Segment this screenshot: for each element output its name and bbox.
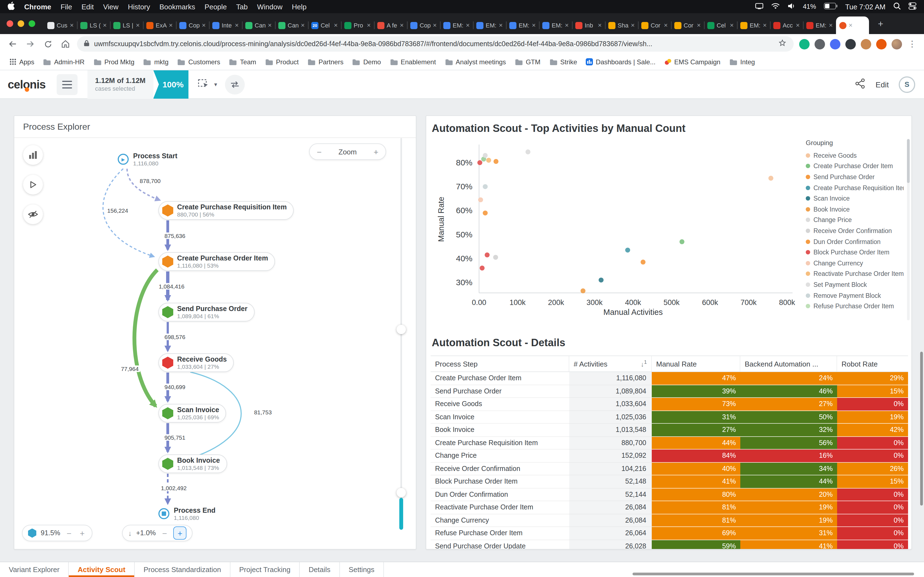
connection-increase-button[interactable]: + [173, 527, 187, 540]
bookmark-integ[interactable]: Integ [725, 56, 759, 67]
legend-item-create-purchase-requisition-item[interactable]: Create Purchase Requisition Item [806, 182, 904, 193]
menubar-item-help[interactable]: Help [292, 2, 307, 11]
hamburger-menu-button[interactable] [57, 74, 78, 95]
profile-avatar[interactable] [892, 39, 902, 49]
column-header-backend-automation[interactable]: Backend Automation ... [740, 356, 837, 371]
legend-item-change-price[interactable]: Change Price [806, 214, 904, 225]
scatter-point-block-purchase-order-item[interactable]: Block Purchase Order Item [477, 160, 482, 165]
scatter-point-change-currency[interactable]: Change Currency [478, 197, 483, 202]
zoom-in-button[interactable]: + [373, 147, 378, 156]
scatter-point-create-purchase-order-item[interactable]: Create Purchase Order Item [680, 239, 685, 244]
scatter-point-set-payment-block[interactable]: Set Payment Block [483, 153, 488, 158]
bookmark-demo[interactable]: Demo [349, 56, 385, 67]
table-row[interactable]: Create Purchase Requisition Item880,7004… [431, 437, 908, 450]
extension-icon-4[interactable] [845, 39, 856, 49]
extension-icon-6[interactable] [876, 39, 887, 49]
table-row[interactable]: Refuse Purchase Order Item26,06469%31%0% [431, 527, 908, 540]
tab-close-icon[interactable]: × [796, 21, 800, 29]
legend-item-receive-goods[interactable]: Receive Goods [806, 150, 904, 161]
bookmark-mktg[interactable]: mktg [139, 56, 173, 67]
bookmark-customers[interactable]: Customers [173, 56, 224, 67]
bookmark-star-icon[interactable] [778, 38, 787, 50]
table-row[interactable]: Reactivate Purchase Order Item26,08481%1… [431, 501, 908, 514]
scatter-point-block-purchase-order-item[interactable]: Block Purchase Order Item [480, 266, 485, 271]
tab-close-icon[interactable]: × [499, 21, 503, 29]
tab-close-icon[interactable]: × [136, 21, 140, 29]
scatter-point-book-invoice[interactable]: Book Invoice [580, 288, 585, 293]
tab[interactable]: 20Cel× [308, 16, 341, 34]
scatter-point-create-purchase-requisition-item[interactable]: Create Purchase Requisition Item [625, 248, 630, 253]
bookmark-analyst-meetings[interactable]: Analyst meetings [441, 56, 510, 67]
tab[interactable]: EM:× [539, 16, 572, 34]
scatter-point-reactivate-purchase-order-item[interactable]: Reactivate Purchase Order Item [486, 158, 491, 163]
legend-item-set-payment-block[interactable]: Set Payment Block [806, 279, 904, 290]
tab[interactable]: Cel× [704, 16, 737, 34]
apple-menu-icon[interactable] [8, 2, 15, 11]
play-animation-button[interactable] [23, 175, 43, 195]
legend-item-reactivate-purchase-order-item[interactable]: Reactivate Purchase Order Item [806, 268, 904, 279]
tab[interactable]: Pro× [341, 16, 374, 34]
tab-close-icon[interactable]: × [532, 21, 536, 29]
table-row[interactable]: Create Purchase Order Item1,116,08047%24… [431, 372, 908, 385]
scatter-point-refuse-purchase-order-item[interactable]: Refuse Purchase Order Item [483, 211, 488, 215]
tab[interactable]: Cor× [638, 16, 671, 34]
minimize-window-button[interactable] [18, 20, 24, 27]
tab-close-icon[interactable]: × [367, 21, 371, 29]
bookmark-enablement[interactable]: Enablement [386, 56, 440, 67]
tab-close-icon[interactable]: × [334, 21, 338, 29]
horizontal-scrollbar[interactable] [633, 572, 914, 575]
table-row[interactable]: Send Purchase Order1,089,80439%46%15% [431, 385, 908, 398]
legend-item-create-purchase-order-item[interactable]: Create Purchase Order Item [806, 161, 904, 171]
celonis-logo[interactable]: celonis [0, 78, 57, 91]
bookmark-gtm[interactable]: GTM [511, 56, 544, 67]
screen-mirroring-icon[interactable] [755, 2, 763, 11]
tab[interactable]: EM:× [803, 16, 836, 34]
tab[interactable]: Cop× [176, 16, 209, 34]
legend-scrollbar[interactable] [907, 139, 910, 321]
legend-item-remove-payment-block[interactable]: Remove Payment Block [806, 290, 904, 301]
tab[interactable]: EM:× [506, 16, 539, 34]
tab-close-icon[interactable]: × [202, 21, 206, 29]
chart-view-button[interactable] [23, 145, 43, 165]
tab[interactable]: Cor× [671, 16, 704, 34]
scatter-point-scan-invoice[interactable]: Scan Invoice [599, 277, 604, 282]
bookmark-partners[interactable]: Partners [304, 56, 347, 67]
table-row[interactable]: Change Currency26,08481%19%0% [431, 514, 908, 527]
connection-decrease-button[interactable]: − [160, 529, 169, 538]
bottom-tab-activity-scout[interactable]: Activity Scout [69, 562, 135, 577]
table-row[interactable]: Receive Goods1,033,60473%27%0% [431, 398, 908, 411]
bookmark-prod-mktg[interactable]: Prod Mktg [89, 56, 138, 67]
tab-close-icon[interactable]: × [664, 21, 668, 29]
table-row[interactable]: Change Price152,09284%16%0% [431, 450, 908, 463]
edit-button[interactable]: Edit [876, 80, 889, 89]
swap-selection-button[interactable] [225, 74, 244, 94]
chevron-down-icon[interactable]: ▼ [213, 82, 218, 87]
menubar-item-view[interactable]: View [103, 2, 118, 11]
bottom-tab-variant-explorer[interactable]: Variant Explorer [0, 562, 69, 577]
bookmark-admin-hr[interactable]: Admin-HR [39, 56, 89, 67]
tab-close-icon[interactable]: × [235, 21, 239, 29]
tab-close-icon[interactable]: × [466, 21, 470, 29]
tab[interactable]: Sha× [605, 16, 638, 34]
tab[interactable]: Cus× [44, 16, 77, 34]
extension-icon-5[interactable] [861, 39, 871, 49]
bottom-tab-details[interactable]: Details [300, 562, 340, 577]
tab[interactable]: Can× [242, 16, 275, 34]
close-window-button[interactable] [6, 20, 13, 27]
tab-close-icon[interactable]: × [730, 21, 734, 29]
tab[interactable]: EM:× [473, 16, 506, 34]
legend-item-send-purchase-order[interactable]: Send Purchase Order [806, 171, 904, 182]
menubar-item-file[interactable]: File [60, 2, 72, 11]
table-row[interactable]: Receive Order Confirmation104,21640%34%2… [431, 463, 908, 475]
legend-item-dun-order-confirmation[interactable]: Dun Order Confirmation [806, 236, 904, 247]
battery-icon[interactable] [824, 2, 838, 11]
tab[interactable]: EM:× [440, 16, 473, 34]
scatter-point-remove-payment-block[interactable]: Remove Payment Block [483, 184, 488, 189]
legend-item-change-currency[interactable]: Change Currency [806, 258, 904, 268]
tab-active[interactable]: × [836, 16, 869, 34]
tab[interactable]: Cop× [407, 16, 440, 34]
back-button[interactable] [6, 38, 19, 50]
control-center-icon[interactable] [909, 2, 916, 11]
connection-slider-handle[interactable] [397, 488, 406, 497]
tab-close-icon[interactable]: × [849, 21, 853, 29]
